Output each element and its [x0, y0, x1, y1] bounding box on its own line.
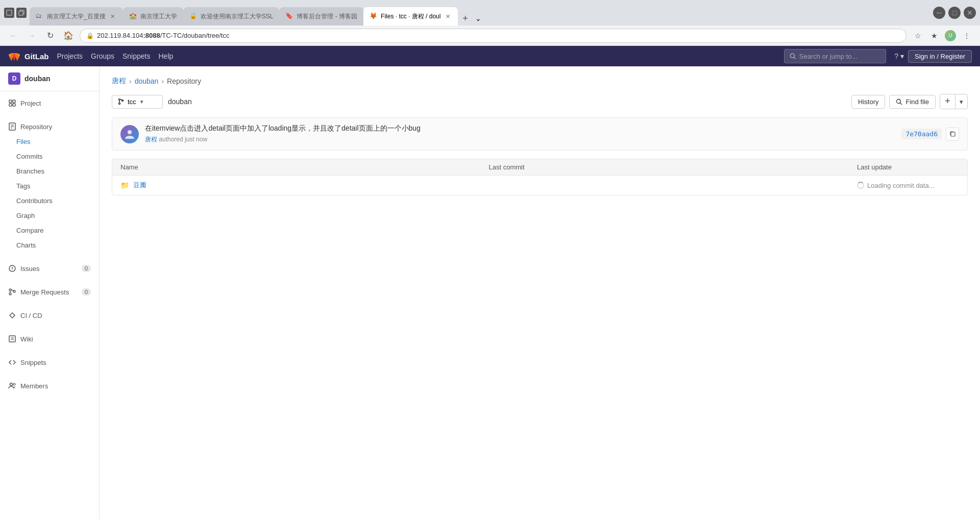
sidebar-item-branches[interactable]: Branches — [0, 164, 99, 179]
address-bar[interactable]: 🔒 202.119.84.104:8088/TC-TC/douban/tree/… — [80, 29, 906, 43]
avatar-icon — [124, 129, 135, 140]
svg-point-2 — [791, 54, 795, 58]
gitlab-header: GitLab Projects Groups Snippets Help ? ▾… — [0, 46, 980, 66]
sidebar-item-ci-cd[interactable]: CI / CD — [0, 308, 99, 323]
project-icon: D — [8, 72, 20, 85]
file-table: Name Last commit Last update 📁 豆瓣 Loadin… — [112, 159, 968, 195]
gitlab-logo[interactable]: GitLab — [8, 50, 49, 62]
more-options-button[interactable]: ▾ — [955, 95, 967, 108]
refresh-button[interactable]: ↻ — [43, 29, 57, 43]
maximize-button[interactable]: □ — [948, 7, 961, 19]
tab-close-5[interactable]: ✕ — [444, 12, 452, 20]
tab-title-5: Files · tcc · 唐程 / doul — [381, 12, 440, 21]
commit-card: 在itemview点击进入detail页面中加入了loading显示，并且改了d… — [112, 117, 968, 151]
home-button[interactable]: 🏠 — [61, 29, 76, 43]
sidebar-item-project[interactable]: Project — [0, 95, 99, 111]
commit-info: 在itemview点击进入detail页面中加入了loading显示，并且改了d… — [145, 124, 895, 144]
nav-snippets[interactable]: Snippets — [122, 50, 150, 62]
sidebar: D douban Project Repository Files — [0, 66, 100, 519]
commits-label: Commits — [16, 153, 42, 160]
browser-tabs: 🗂 南京理工大学_百度搜 ✕ 🏫 南京理工大学 🔒 欢迎使用南京理工大学SSL … — [30, 0, 930, 26]
svg-rect-5 — [13, 100, 15, 103]
sidebar-item-files[interactable]: Files — [0, 134, 99, 149]
branch-icon — [117, 98, 125, 105]
minimize-button[interactable]: ─ — [933, 7, 945, 19]
files-label: Files — [16, 138, 30, 145]
browser-nav: ← → ↻ 🏠 🔒 202.119.84.104:8088/TC-TC/doub… — [0, 26, 980, 46]
sign-in-button[interactable]: Sign in / Register — [908, 50, 972, 63]
commit-author[interactable]: 唐程 — [145, 136, 157, 143]
window-icon[interactable] — [4, 8, 14, 18]
copy-hash-button[interactable] — [946, 128, 959, 141]
plus-button[interactable] — [940, 95, 955, 108]
issues-icon — [8, 264, 16, 273]
svg-rect-0 — [7, 10, 12, 15]
sidebar-repository-section: Repository Files Commits Branches Tags C… — [0, 115, 99, 257]
sidebar-item-issues[interactable]: Issues 0 — [0, 261, 99, 276]
tab-close-1[interactable]: ✕ — [109, 12, 117, 20]
sidebar-item-graph[interactable]: Graph — [0, 208, 99, 223]
breadcrumb: 唐程 › douban › Repository — [112, 77, 968, 86]
find-file-button[interactable]: Find file — [889, 95, 936, 109]
main-content: 唐程 › douban › Repository tcc ▼ — [100, 66, 980, 519]
nav-groups[interactable]: Groups — [91, 50, 114, 62]
repo-extra-buttons: ▾ — [940, 94, 968, 109]
sidebar-item-charts[interactable]: Charts — [0, 238, 99, 253]
sidebar-item-contributors[interactable]: Contributors — [0, 193, 99, 208]
file-name-cell[interactable]: 📁 豆瓣 — [120, 181, 489, 190]
tab-title-1: 南京理工大学_百度搜 — [47, 12, 106, 21]
merge-requests-badge: 0 — [82, 288, 91, 295]
sidebar-item-wiki[interactable]: Wiki — [0, 331, 99, 347]
history-button[interactable]: History — [851, 95, 885, 109]
svg-point-15 — [9, 289, 11, 291]
help-button[interactable]: ? ▾ — [894, 52, 904, 60]
close-button[interactable]: ✕ — [964, 7, 976, 19]
repo-actions: History Find file — [851, 94, 968, 109]
branch-selector[interactable]: tcc ▼ — [112, 95, 163, 109]
issues-label: Issues — [20, 265, 40, 273]
browser-tab-5[interactable]: 🦊 Files · tcc · 唐程 / doul ✕ — [363, 7, 458, 26]
bookmark-manager-button[interactable]: ☆ — [911, 29, 925, 43]
file-last-update-cell: Loading commit data... — [857, 182, 959, 189]
address-lock-icon: 🔒 — [86, 32, 94, 39]
restore-icon[interactable] — [16, 8, 27, 18]
new-tab-button[interactable]: + — [458, 11, 472, 26]
tab-overflow-button[interactable]: ⌄ — [472, 11, 484, 26]
header-search[interactable] — [784, 49, 886, 63]
sidebar-item-snippets[interactable]: Snippets — [0, 355, 99, 370]
nav-projects[interactable]: Projects — [57, 50, 83, 62]
breadcrumb-project[interactable]: douban — [135, 77, 159, 85]
commit-hash-area: 7e70aad6 — [901, 128, 959, 141]
sidebar-item-merge-requests[interactable]: Merge Requests 0 — [0, 284, 99, 300]
browser-tab-4[interactable]: 🔖 博客后台管理 - 博客园 — [279, 7, 363, 26]
wiki-label: Wiki — [20, 335, 33, 343]
bookmark-list-button[interactable]: ★ — [927, 29, 941, 43]
sidebar-item-tags[interactable]: Tags — [0, 179, 99, 193]
profile-button[interactable]: U — [943, 29, 958, 43]
col-name: Name — [120, 163, 489, 171]
breadcrumb-sep-1: › — [129, 77, 132, 85]
back-button[interactable]: ← — [6, 29, 20, 43]
forward-button[interactable]: → — [24, 29, 39, 43]
breadcrumb-user[interactable]: 唐程 — [112, 77, 126, 86]
browser-tab-3[interactable]: 🔒 欢迎使用南京理工大学SSL — [183, 7, 280, 26]
tab-favicon-5: 🦊 — [370, 12, 378, 20]
contributors-label: Contributors — [16, 197, 53, 205]
tab-favicon-1: 🗂 — [36, 12, 44, 20]
sidebar-item-repository[interactable]: Repository — [0, 119, 99, 134]
svg-rect-34 — [951, 132, 955, 136]
search-input[interactable] — [799, 53, 880, 60]
sidebar-item-compare[interactable]: Compare — [0, 223, 99, 238]
tags-label: Tags — [16, 182, 30, 190]
commit-hash[interactable]: 7e70aad6 — [901, 129, 942, 139]
header-right-actions: ? ▾ Sign in / Register — [894, 50, 972, 63]
merge-icon — [8, 288, 16, 296]
sidebar-item-commits[interactable]: Commits — [0, 149, 99, 164]
browser-tab-1[interactable]: 🗂 南京理工大学_百度搜 ✕ — [30, 7, 123, 26]
browser-tab-2[interactable]: 🏫 南京理工大学 — [123, 7, 183, 26]
sidebar-item-members[interactable]: Members — [0, 378, 99, 393]
nav-help[interactable]: Help — [158, 50, 173, 62]
more-button[interactable]: ⋮ — [960, 29, 974, 43]
svg-rect-19 — [9, 336, 15, 342]
commit-message[interactable]: 在itemview点击进入detail页面中加入了loading显示，并且改了d… — [145, 124, 895, 133]
